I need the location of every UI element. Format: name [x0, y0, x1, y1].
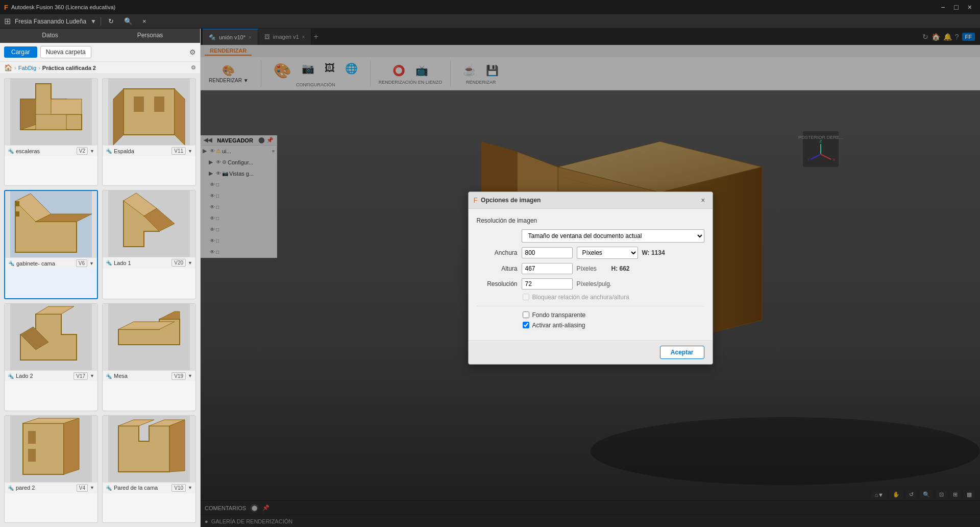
version-arrow[interactable]: ▼	[90, 149, 94, 154]
fondo-transparente-label: Fondo transparente	[532, 312, 586, 319]
item-label: 🔩 Mesa V19 ▼	[103, 370, 195, 381]
item-thumbnail	[5, 79, 97, 145]
toolbar-user-name[interactable]: Fresia Fasanando Ludeña	[15, 18, 86, 25]
version-button[interactable]: V10	[172, 484, 186, 492]
svg-rect-7	[134, 97, 144, 112]
settings-button[interactable]: ⚙	[189, 48, 196, 56]
svg-rect-32	[28, 449, 36, 462]
dialog-preset-select[interactable]: Tamaño de ventana del documento actual	[522, 229, 704, 243]
nueva-carpeta-button[interactable]: Nueva carpeta	[40, 46, 91, 58]
list-item[interactable]: 🔩 pared 2 V4 ▼	[4, 415, 98, 523]
tab-datos[interactable]: Datos	[0, 29, 100, 43]
version-button[interactable]: V19	[172, 372, 186, 380]
dialog-ok-button[interactable]: Aceptar	[660, 346, 704, 359]
version-arrow[interactable]: ▼	[188, 485, 192, 490]
version-arrow[interactable]: ▼	[188, 149, 192, 154]
version-arrow[interactable]: ▼	[90, 373, 94, 378]
version-button[interactable]: V11	[172, 147, 186, 155]
anchura-unit-select[interactable]: Píxeles	[577, 247, 638, 259]
lock-ratio-checkbox[interactable]	[523, 294, 529, 300]
anti-aliasing-checkbox[interactable]	[523, 322, 529, 328]
list-item[interactable]: 🔩 Lado 1 V20 ▼	[102, 190, 196, 299]
item-name: Lado 1	[114, 260, 169, 266]
item-thumbnail	[5, 191, 97, 257]
item-name: pared 2	[16, 485, 75, 491]
list-item[interactable]: 🔩 Lado 2 V17 ▼	[4, 303, 98, 411]
modal-overlay: F Opciones de imagen × Resolución de ima…	[201, 29, 980, 527]
item-label: 🔩 Lado 2 V17 ▼	[5, 370, 97, 381]
altura-label: Altura	[477, 265, 518, 272]
cargar-button[interactable]: Cargar	[4, 46, 37, 58]
toolbar-refresh-button[interactable]: ↻	[105, 16, 117, 26]
toolbar-grid-icon: ⊞	[4, 16, 11, 26]
version-button[interactable]: V2	[77, 147, 88, 155]
altura-size-label: H: 662	[611, 265, 630, 272]
action-bar: Cargar Nueva carpeta ⚙	[0, 43, 200, 62]
lock-ratio-label: Bloquear relación de anchura/altura	[532, 294, 629, 301]
close-button[interactable]: ×	[964, 2, 976, 12]
svg-marker-10	[175, 89, 185, 145]
doc-icon: 🔩	[8, 260, 14, 266]
fondo-transparente-checkbox[interactable]	[523, 312, 529, 318]
toolbar-close-button[interactable]: ×	[139, 16, 150, 26]
fondo-transparente-row: Fondo transparente	[477, 312, 704, 319]
doc-icon: 🔩	[106, 260, 112, 266]
version-arrow[interactable]: ▼	[90, 485, 94, 490]
version-button[interactable]: V20	[172, 259, 186, 267]
list-item[interactable]: 🔩 Pared de la cama V10 ▼	[102, 415, 196, 523]
dialog-close-button[interactable]: ×	[699, 195, 707, 205]
item-label: 🔩 Espalda V11 ▼	[103, 145, 195, 156]
version-button[interactable]: V17	[74, 372, 88, 380]
item-name: escaleras	[16, 148, 75, 154]
svg-rect-3	[36, 114, 66, 130]
items-grid: 🔩 escaleras V2 ▼	[0, 74, 200, 527]
toolbar-search-button[interactable]: 🔍	[121, 16, 135, 26]
tab-personas[interactable]: Personas	[100, 29, 200, 43]
anchura-input[interactable]	[522, 247, 573, 258]
svg-rect-15	[15, 201, 19, 206]
list-item[interactable]: 🔩 Mesa V19 ▼	[102, 303, 196, 411]
item-label: 🔩 pared 2 V4 ▼	[5, 482, 97, 493]
dialog-anchura-row: Anchura Píxeles W: 1134	[477, 247, 704, 259]
item-thumbnail	[103, 416, 195, 482]
viewport-area: 🔩 unión v10* × 🖼 imagen v1 × + ↻ 🏠 🔔 ? F…	[201, 29, 980, 527]
version-button[interactable]: V6	[76, 259, 87, 267]
resolucion-label: Resolución	[477, 280, 518, 288]
app-icon: F	[4, 4, 8, 11]
svg-marker-39	[169, 420, 185, 472]
item-thumbnail	[103, 190, 195, 257]
svg-marker-9	[113, 89, 124, 145]
resolucion-input[interactable]	[522, 278, 573, 290]
item-thumbnail	[103, 304, 195, 370]
dialog-body: Resolución de imagen Tamaño de ventana d…	[469, 209, 713, 340]
panel-nav-tabs: Datos Personas	[0, 29, 200, 43]
breadcrumb-settings-icon[interactable]: ⚙	[191, 64, 196, 71]
breadcrumb-fabdig[interactable]: FabDig	[18, 65, 36, 71]
item-name: Pared de la cama	[114, 485, 169, 491]
dialog-section-label: Resolución de imagen	[477, 217, 704, 224]
anchura-size-label: W: 1134	[642, 249, 665, 256]
breadcrumb: 🏠 › FabDig › Práctica calificada 2 ⚙	[0, 62, 200, 74]
version-arrow[interactable]: ▼	[89, 261, 94, 266]
doc-icon: 🔩	[8, 373, 14, 379]
doc-icon: 🔩	[106, 148, 112, 154]
svg-rect-6	[124, 89, 175, 135]
left-panel: Datos Personas Cargar Nueva carpeta ⚙ 🏠 …	[0, 29, 201, 527]
version-arrow[interactable]: ▼	[188, 373, 192, 378]
item-label: 🔩 gabinete- cama V6 ▼	[5, 257, 97, 269]
list-item[interactable]: 🔩 Espalda V11 ▼	[102, 78, 196, 186]
list-item[interactable]: 🔩 escaleras V2 ▼	[4, 78, 98, 186]
dialog-resolucion-row: Resolución Píxeles/pulg.	[477, 278, 704, 290]
version-button[interactable]: V4	[77, 484, 88, 492]
anti-aliasing-row: Activar anti-aliasing	[477, 322, 704, 329]
home-icon[interactable]: 🏠	[4, 64, 12, 71]
svg-rect-8	[154, 97, 164, 112]
list-item[interactable]: 🔩 gabinete- cama V6 ▼	[4, 190, 98, 299]
version-arrow[interactable]: ▼	[188, 260, 192, 266]
item-label: 🔩 Pared de la cama V10 ▼	[103, 482, 195, 493]
item-label: 🔩 Lado 1 V20 ▼	[103, 257, 195, 268]
svg-marker-2	[20, 99, 36, 130]
altura-input[interactable]	[522, 263, 573, 274]
maximize-button[interactable]: □	[950, 2, 962, 12]
minimize-button[interactable]: −	[937, 2, 949, 12]
